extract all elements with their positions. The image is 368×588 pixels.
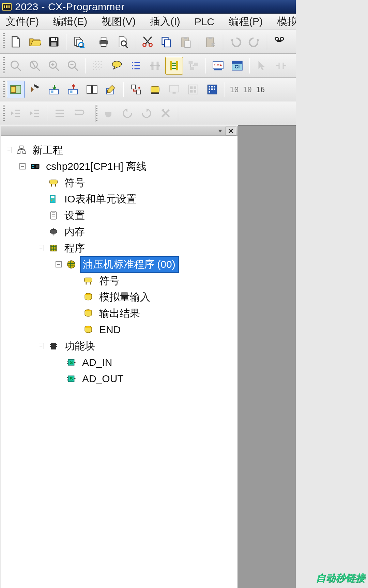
tree-function-blocks[interactable]: − 功能块 xyxy=(6,338,235,354)
grid-button xyxy=(89,57,107,75)
list-toggle-button[interactable] xyxy=(127,57,145,75)
tree-section-2[interactable]: 输出结果 xyxy=(6,305,235,322)
expander-icon[interactable]: − xyxy=(19,163,26,169)
project-tree[interactable]: − 新工程 − cshp2021[CP1H] 离线 符号 xyxy=(1,136,237,389)
expander-icon[interactable]: − xyxy=(56,261,62,267)
expander-icon[interactable]: − xyxy=(38,343,44,349)
svg-rect-115 xyxy=(36,165,39,168)
sma-button[interactable]: SMA xyxy=(209,57,227,75)
open-button[interactable] xyxy=(26,33,44,51)
symbols-icon xyxy=(47,177,60,188)
radix-10a-label[interactable]: 10 xyxy=(228,85,241,94)
transfer-to-plc-button[interactable] xyxy=(45,81,63,98)
width-toggle-button xyxy=(146,57,164,75)
compare-plc-button[interactable] xyxy=(83,81,101,98)
menu-edit[interactable]: 编辑(E) xyxy=(51,13,89,30)
comment-toggle-button[interactable] xyxy=(108,57,126,75)
compare-button[interactable] xyxy=(70,33,88,51)
svg-rect-121 xyxy=(51,199,52,200)
tree-program1[interactable]: − 油压机标准程序 (00) xyxy=(6,256,235,273)
tree-section-1[interactable]: 模拟量输入 xyxy=(6,289,235,305)
svg-rect-79 xyxy=(93,85,97,94)
tree-symbols[interactable]: 符号 xyxy=(6,175,235,191)
menu-program[interactable]: 编程(P) xyxy=(227,13,265,30)
tree-section-end[interactable]: END xyxy=(6,322,235,338)
build-button[interactable] xyxy=(26,81,44,98)
svg-point-43 xyxy=(112,61,122,67)
tree-root[interactable]: − 新工程 xyxy=(6,142,235,158)
svg-rect-95 xyxy=(214,86,216,88)
tree-settings[interactable]: 设置 xyxy=(6,207,235,224)
memory-view-button[interactable] xyxy=(203,81,221,98)
svg-rect-3 xyxy=(55,38,56,40)
tree-section-end-label: END xyxy=(97,323,123,336)
radix-16-label[interactable]: 16 xyxy=(254,85,267,94)
structure-button xyxy=(184,57,202,75)
panel-dropdown-icon[interactable] xyxy=(218,130,222,132)
menu-insert[interactable]: 插入(I) xyxy=(148,13,182,30)
project-tree-panel: ✕ − 新工程 − cshp2021[CP1H] 离线 xyxy=(1,126,238,588)
tree-settings-label: 设置 xyxy=(62,208,88,223)
menu-plc[interactable]: PLC xyxy=(193,15,216,29)
tree-iotable[interactable]: IO表和单元设置 xyxy=(6,191,235,207)
svg-line-29 xyxy=(32,61,36,68)
copy-button[interactable] xyxy=(158,33,175,51)
new-button[interactable] xyxy=(7,33,25,51)
svg-point-24 xyxy=(281,38,283,40)
transfer-from-plc-button[interactable] xyxy=(64,81,82,98)
print-preview-button[interactable] xyxy=(114,33,132,51)
expander-icon[interactable]: − xyxy=(6,147,12,153)
symbols-icon xyxy=(82,275,94,286)
svg-rect-87 xyxy=(189,85,198,94)
svg-rect-75 xyxy=(51,91,53,93)
ci-button[interactable]: CI xyxy=(228,57,246,75)
menu-simulate[interactable]: 模拟(S) xyxy=(275,13,296,30)
toolbar-grip[interactable] xyxy=(3,81,5,98)
paste-special-button xyxy=(202,33,219,51)
tree-prog-symbols[interactable]: 符号 xyxy=(6,273,235,289)
svg-rect-83 xyxy=(151,86,159,93)
print-button[interactable] xyxy=(95,33,112,51)
work-online-button[interactable] xyxy=(127,81,145,98)
outdent-button xyxy=(7,104,25,122)
tree-plc[interactable]: − cshp2021[CP1H] 离线 xyxy=(6,158,235,175)
tree-programs[interactable]: − 程序 xyxy=(6,240,235,256)
menu-view[interactable]: 视图(V) xyxy=(99,13,138,30)
svg-text:S: S xyxy=(70,360,73,365)
svg-rect-8 xyxy=(101,44,106,47)
section-icon xyxy=(82,308,94,319)
save-button[interactable] xyxy=(45,33,63,51)
svg-rect-78 xyxy=(87,85,92,94)
zoom-in-button xyxy=(45,57,63,75)
expander-icon[interactable]: − xyxy=(38,245,44,251)
section-icon xyxy=(82,292,94,303)
tree-fb1-label: AD_IN xyxy=(80,356,115,369)
radix-10b-label[interactable]: 10 xyxy=(241,85,254,94)
toolbar-edit2 xyxy=(0,101,296,125)
menu-file[interactable]: 文件(F) xyxy=(3,13,41,30)
toolbar-grip[interactable] xyxy=(3,57,5,74)
tree-memory[interactable]: 内存 xyxy=(6,224,235,240)
svg-rect-120 xyxy=(51,196,55,198)
cut-button[interactable] xyxy=(139,33,156,51)
svg-rect-154 xyxy=(56,346,57,347)
svg-line-28 xyxy=(36,67,40,71)
project-icon xyxy=(15,145,28,156)
toolbar-grip[interactable] xyxy=(3,105,5,122)
mode-button[interactable] xyxy=(146,81,164,98)
panel-close-button[interactable]: ✕ xyxy=(226,127,236,135)
tree-fb1[interactable]: S AD_IN xyxy=(6,354,235,371)
svg-rect-86 xyxy=(173,92,176,94)
svg-rect-99 xyxy=(209,91,211,93)
project-window-button[interactable] xyxy=(7,81,25,98)
find-button[interactable] xyxy=(271,33,288,51)
toolbar-grip[interactable] xyxy=(95,105,97,122)
svg-text:CI: CI xyxy=(235,64,240,69)
toolbar-grip[interactable] xyxy=(3,33,5,50)
align-button xyxy=(51,104,68,122)
svg-rect-90 xyxy=(190,90,193,93)
online-edit-button[interactable] xyxy=(102,81,120,98)
monitor-toggle-button[interactable] xyxy=(165,57,183,75)
tree-fb2[interactable]: S AD_OUT xyxy=(6,371,235,387)
contact-button xyxy=(272,57,290,75)
